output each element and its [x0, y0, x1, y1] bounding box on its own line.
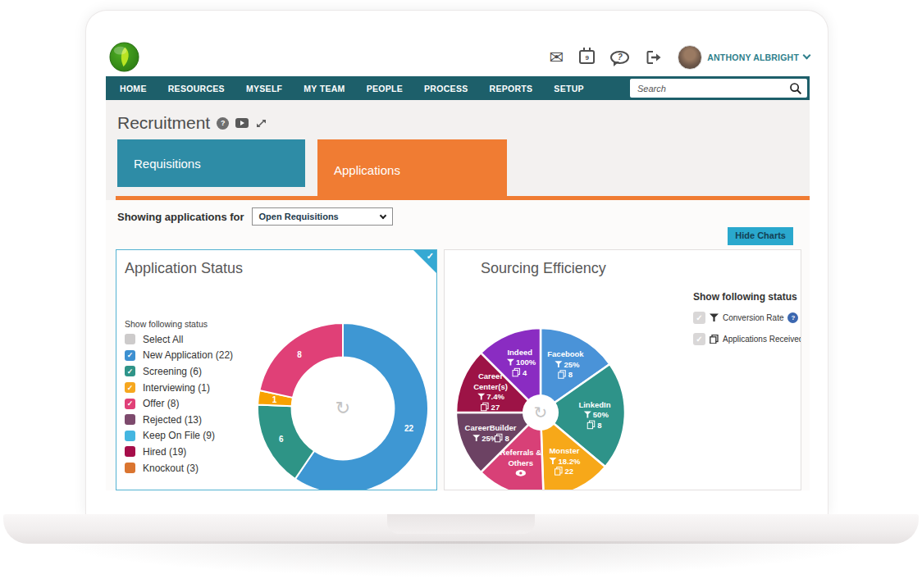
- calendar-day: 9: [586, 54, 589, 62]
- legend-label: Select All: [143, 334, 183, 345]
- application-status-title: Application Status: [125, 260, 243, 277]
- video-tutorial-icon[interactable]: [235, 118, 249, 128]
- donut-slice-offer[interactable]: [259, 323, 343, 398]
- sourcing-option-conversion-rate[interactable]: ✓Conversion Rate?: [693, 312, 801, 324]
- hide-charts-row: Hide Charts: [106, 227, 810, 245]
- sourcing-option-applications-received[interactable]: ✓Applications Received: [693, 333, 801, 345]
- legend-label: Knockout (3): [143, 463, 199, 474]
- hide-charts-button[interactable]: Hide Charts: [728, 227, 793, 245]
- pages-icon: [710, 335, 719, 344]
- refresh-icon[interactable]: ↻: [534, 403, 548, 422]
- svg-text:100%: 100%: [516, 358, 536, 367]
- nav-item-my-team[interactable]: MY TEAM: [293, 84, 355, 93]
- nav-item-setup[interactable]: SETUP: [543, 84, 595, 93]
- select-value: Open Requisitions: [259, 212, 381, 221]
- nav-item-reports[interactable]: REPORTS: [479, 84, 544, 93]
- legend-checkbox[interactable]: [125, 463, 135, 473]
- mail-icon[interactable]: ✉: [550, 48, 564, 66]
- svg-text:Monster: Monster: [549, 446, 579, 455]
- legend-checkbox[interactable]: [125, 446, 135, 457]
- svg-text:Career: Career: [478, 371, 503, 381]
- legend-item-rejected[interactable]: Rejected (13): [125, 412, 233, 428]
- laptop-shadow: [49, 541, 873, 577]
- help-chat-icon[interactable]: ?: [610, 51, 629, 64]
- legend-item-select-all[interactable]: Select All: [125, 331, 233, 348]
- svg-text:50%: 50%: [593, 410, 609, 419]
- legend-checkbox[interactable]: ✓: [125, 382, 135, 393]
- legend-checkbox[interactable]: ✓: [125, 350, 135, 361]
- legend-checkbox[interactable]: [125, 431, 135, 441]
- svg-text:4: 4: [523, 368, 527, 377]
- svg-text:27: 27: [491, 403, 500, 412]
- show-status-label: Show following status: [125, 319, 208, 329]
- legend-checkbox[interactable]: [125, 334, 135, 344]
- expand-icon[interactable]: [255, 117, 267, 130]
- refresh-icon[interactable]: ↻: [335, 398, 350, 418]
- sourcing-efficiency-pie-chart[interactable]: Facebook25%8LinkedIn50%8Monster18.2%22Re…: [454, 326, 628, 490]
- svg-text:Indeed: Indeed: [507, 348, 532, 357]
- page-title: Recruitment: [117, 113, 210, 133]
- legend-item-hired[interactable]: Hired (19): [125, 444, 233, 460]
- legend-checkbox[interactable]: ✓: [125, 399, 135, 409]
- legend-item-screening[interactable]: ✓Screening (6): [125, 363, 233, 380]
- svg-text:LinkedIn: LinkedIn: [578, 400, 610, 409]
- legend-label: Hired (19): [143, 446, 186, 458]
- option-checkbox[interactable]: ✓: [693, 333, 705, 345]
- sourcing-efficiency-card: Sourcing Efficiency Show following statu…: [444, 249, 801, 490]
- brand-logo-icon[interactable]: [109, 42, 139, 72]
- help-icon[interactable]: ?: [787, 312, 798, 323]
- header-actions: ✉ 9 ? ANTHONY ALBRIGHT: [550, 45, 810, 70]
- legend-item-keep-on-file[interactable]: Keep On File (9): [125, 428, 233, 444]
- search-icon[interactable]: [789, 82, 802, 95]
- user-menu[interactable]: ANTHONY ALBRIGHT: [678, 45, 810, 70]
- legend-item-knockout[interactable]: Knockout (3): [125, 460, 233, 476]
- nav-item-home[interactable]: HOME: [109, 84, 157, 93]
- user-avatar[interactable]: [678, 45, 702, 70]
- application-status-donut-chart[interactable]: 22618↻: [256, 321, 430, 490]
- tabs: Requisitions Applications: [116, 139, 802, 200]
- tab-applications-label: Applications: [334, 163, 400, 177]
- nav-item-people[interactable]: PEOPLE: [356, 84, 413, 93]
- legend-label: Screening (6): [143, 366, 202, 377]
- sign-out-icon[interactable]: [645, 49, 662, 66]
- tab-applications[interactable]: Applications: [317, 139, 507, 200]
- legend-checkbox[interactable]: ✓: [125, 366, 135, 376]
- sourcing-legend: Show following status ✓Conversion Rate?✓…: [693, 291, 801, 345]
- svg-text:18.2%: 18.2%: [558, 457, 580, 466]
- status-legend: Select All✓New Application (22)✓Screenin…: [125, 331, 233, 476]
- svg-text:22: 22: [565, 467, 574, 476]
- title-row: Recruitment ?: [117, 113, 810, 133]
- legend-item-new-application[interactable]: ✓New Application (22): [125, 348, 233, 364]
- chevron-down-icon: [803, 52, 811, 60]
- svg-text:Center(s): Center(s): [473, 382, 508, 391]
- nav-item-resources[interactable]: RESOURCES: [157, 84, 235, 93]
- active-tab-underline: [116, 196, 810, 200]
- search-input[interactable]: [637, 84, 789, 93]
- nav-item-myself[interactable]: MYSELF: [235, 84, 293, 93]
- svg-text:1: 1: [272, 395, 277, 404]
- svg-text:8: 8: [568, 370, 573, 379]
- svg-text:Facebook: Facebook: [547, 349, 584, 358]
- legend-checkbox[interactable]: [125, 414, 135, 425]
- option-label: Conversion Rate: [723, 313, 783, 322]
- page-help-icon[interactable]: ?: [217, 117, 229, 130]
- requisition-filter-select[interactable]: Open Requisitions: [252, 207, 393, 226]
- search-box[interactable]: [630, 79, 807, 98]
- legend-label: Rejected (13): [143, 414, 202, 426]
- app-header: ✉ 9 ? ANTHONY ALBRIGHT: [106, 38, 810, 76]
- option-label: Applications Received: [723, 335, 801, 344]
- legend-item-offer[interactable]: ✓Offer (8): [125, 395, 233, 412]
- legend-item-interviewing[interactable]: ✓Interviewing (1): [125, 380, 233, 396]
- tab-requisitions[interactable]: Requisitions: [117, 139, 305, 187]
- option-checkbox[interactable]: ✓: [693, 312, 705, 324]
- app-window: ✉ 9 ? ANTHONY ALBRIGHT: [106, 38, 810, 490]
- nav-items: HOMERESOURCESMYSELFMY TEAMPEOPLEPROCESSR…: [109, 84, 595, 93]
- main-nav: HOMERESOURCESMYSELFMY TEAMPEOPLEPROCESSR…: [106, 76, 810, 100]
- svg-text:6: 6: [279, 435, 284, 444]
- svg-text:25%: 25%: [564, 360, 580, 369]
- calendar-icon[interactable]: 9: [579, 50, 595, 64]
- nav-item-process[interactable]: PROCESS: [413, 84, 478, 93]
- laptop-notch: [387, 514, 535, 534]
- svg-text:8: 8: [504, 434, 509, 443]
- legend-label: Keep On File (9): [143, 430, 215, 441]
